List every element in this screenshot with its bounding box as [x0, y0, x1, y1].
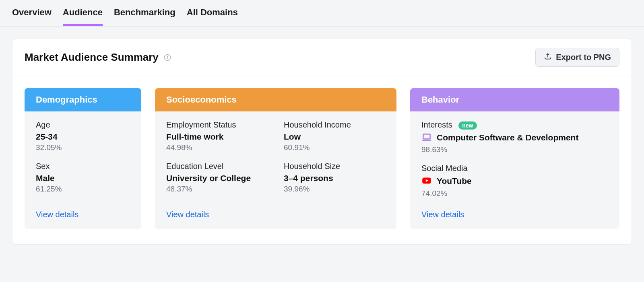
- info-icon[interactable]: [163, 54, 171, 62]
- metric-employment: Employment Status Full-time work 44.98%: [166, 120, 268, 152]
- export-png-button[interactable]: Export to PNG: [535, 48, 619, 67]
- metric-hhsize-pct: 39.96%: [284, 185, 385, 193]
- new-badge: new: [458, 121, 477, 130]
- tab-audience[interactable]: Audience: [63, 7, 103, 26]
- metric-social-label: Social Media: [421, 164, 608, 173]
- metric-interests: Interests new Computer Software & Develo…: [421, 120, 608, 154]
- market-audience-panel: Market Audience Summary Export to PNG De…: [12, 39, 632, 245]
- metric-income: Household Income Low 60.91%: [284, 120, 385, 152]
- svg-rect-3: [423, 134, 430, 139]
- metric-interests-label-text: Interests: [421, 120, 452, 129]
- metric-sex: Sex Male 61.25%: [36, 162, 130, 193]
- card-behavior-header: Behavior: [410, 88, 619, 111]
- metric-employment-value: Full-time work: [166, 132, 268, 142]
- metric-education-label: Education Level: [166, 162, 268, 171]
- metric-age: Age 25-34 32.05%: [36, 120, 130, 152]
- card-demographics-header: Demographics: [25, 88, 141, 111]
- panel-title-wrap: Market Audience Summary: [25, 51, 171, 64]
- metric-hhsize-label: Household Size: [284, 162, 385, 171]
- laptop-icon: [421, 132, 432, 142]
- metric-education-pct: 48.37%: [166, 185, 268, 193]
- metric-interests-value: Computer Software & Development: [437, 132, 578, 143]
- tab-all-domains[interactable]: All Domains: [187, 7, 238, 26]
- metric-social: Social Media YouTube 74.02%: [421, 164, 608, 198]
- metric-social-pct: 74.02%: [421, 189, 608, 198]
- metric-sex-value: Male: [36, 173, 130, 183]
- card-demographics-footer: View details: [25, 210, 141, 229]
- card-socio-header: Socioeconomics: [155, 88, 396, 111]
- metric-social-value-row: YouTube: [421, 175, 608, 186]
- metric-social-value: YouTube: [437, 175, 472, 186]
- metric-household-size: Household Size 3–4 persons 39.96%: [284, 162, 385, 193]
- metric-education: Education Level University or College 48…: [166, 162, 268, 193]
- card-behavior: Behavior Interests new Computer Software: [410, 88, 619, 229]
- metric-sex-label: Sex: [36, 162, 130, 171]
- card-demographics: Demographics Age 25-34 32.05% Sex Male 6…: [25, 88, 141, 229]
- panel-header: Market Audience Summary Export to PNG: [12, 39, 632, 76]
- metric-hhsize-value: 3–4 persons: [284, 173, 385, 183]
- tab-benchmarking[interactable]: Benchmarking: [114, 7, 175, 26]
- export-label: Export to PNG: [556, 53, 611, 62]
- export-icon: [544, 52, 552, 62]
- metric-income-label: Household Income: [284, 120, 385, 130]
- card-behavior-footer: View details: [410, 210, 619, 229]
- panel-title: Market Audience Summary: [25, 51, 159, 64]
- svg-point-2: [167, 56, 167, 56]
- card-socio-footer: View details: [155, 210, 396, 229]
- card-socio-body: Employment Status Full-time work 44.98% …: [155, 111, 396, 210]
- metric-education-value: University or College: [166, 173, 268, 183]
- metric-income-pct: 60.91%: [284, 143, 385, 152]
- metric-income-value: Low: [284, 132, 385, 142]
- summary-cards: Demographics Age 25-34 32.05% Sex Male 6…: [12, 76, 632, 244]
- card-socioeconomics: Socioeconomics Employment Status Full-ti…: [155, 88, 396, 229]
- metric-age-value: 25-34: [36, 132, 130, 142]
- metric-employment-label: Employment Status: [166, 120, 268, 130]
- metric-age-label: Age: [36, 120, 130, 130]
- metric-interests-value-row: Computer Software & Development: [421, 132, 608, 143]
- card-demographics-body: Age 25-34 32.05% Sex Male 61.25%: [25, 111, 141, 210]
- top-tabs: Overview Audience Benchmarking All Domai…: [0, 0, 644, 27]
- metric-sex-pct: 61.25%: [36, 185, 130, 193]
- metric-interests-pct: 98.63%: [421, 145, 608, 154]
- view-details-demographics[interactable]: View details: [36, 210, 78, 219]
- metric-employment-pct: 44.98%: [166, 143, 268, 152]
- metric-age-pct: 32.05%: [36, 143, 130, 152]
- youtube-icon: [421, 175, 432, 186]
- view-details-behavior[interactable]: View details: [421, 210, 464, 219]
- card-behavior-body: Interests new Computer Software & Develo…: [410, 111, 619, 210]
- tab-overview[interactable]: Overview: [12, 7, 52, 26]
- view-details-socio[interactable]: View details: [166, 210, 209, 219]
- metric-interests-label: Interests new: [421, 120, 608, 130]
